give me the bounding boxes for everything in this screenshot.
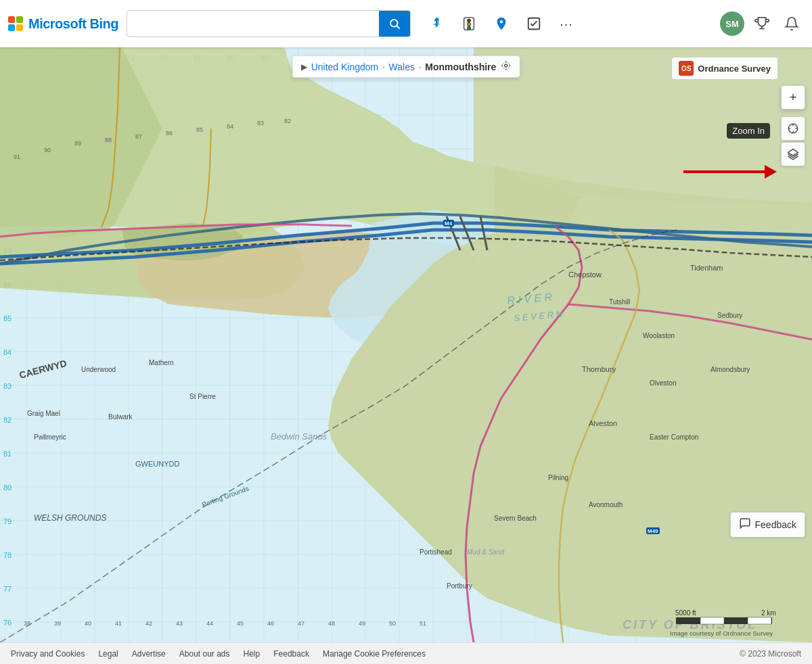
- svg-text:46: 46: [267, 620, 274, 627]
- os-logo-text: Ordnance Survey: [698, 64, 771, 74]
- header-nav: ···: [422, 9, 581, 39]
- feedback-icon: [739, 517, 751, 532]
- svg-text:84: 84: [3, 348, 12, 356]
- svg-text:91: 91: [14, 153, 20, 160]
- svg-text:82: 82: [284, 118, 291, 124]
- svg-text:90: 90: [44, 147, 51, 153]
- footer-legal-link[interactable]: Legal: [98, 649, 118, 659]
- footer-help-link[interactable]: Help: [244, 649, 261, 659]
- svg-text:44: 44: [206, 620, 213, 627]
- svg-text:80: 80: [3, 483, 12, 492]
- svg-text:83: 83: [3, 382, 12, 390]
- svg-text:Chepstow: Chepstow: [568, 270, 602, 279]
- trophy-icon: [754, 16, 769, 31]
- logo-text: Microsoft Bing: [28, 16, 118, 32]
- map-controls: + Zoom In: [781, 85, 805, 166]
- svg-text:83: 83: [257, 120, 264, 126]
- user-avatar[interactable]: SM: [720, 11, 744, 36]
- svg-text:M4: M4: [445, 220, 453, 227]
- svg-text:88: 88: [105, 137, 112, 143]
- search-button[interactable]: [379, 11, 410, 37]
- svg-text:Underwood: Underwood: [81, 366, 116, 373]
- svg-text:78: 78: [3, 551, 12, 559]
- layers-button[interactable]: [781, 142, 805, 166]
- svg-text:87: 87: [135, 133, 142, 140]
- svg-text:79: 79: [3, 517, 12, 525]
- svg-text:2 km: 2 km: [761, 609, 776, 617]
- svg-text:51: 51: [420, 620, 426, 627]
- breadcrumb-expand-icon[interactable]: ▶: [301, 62, 307, 72]
- nav-checklist-button[interactable]: [519, 9, 549, 39]
- breadcrumb-bar: ▶ United Kingdom · Wales · Monmouthshire: [292, 55, 520, 78]
- svg-text:Tutshill: Tutshill: [609, 298, 630, 306]
- directions-icon: [429, 16, 444, 31]
- checklist-icon: [526, 16, 541, 31]
- zoom-in-button[interactable]: +: [781, 85, 805, 110]
- header-right: SM: [720, 11, 804, 36]
- svg-text:Severn Beach: Severn Beach: [494, 515, 537, 522]
- breadcrumb-uk[interactable]: United Kingdom: [311, 62, 379, 72]
- footer: Privacy and Cookies Legal Advertise Abou…: [0, 642, 812, 664]
- footer-copyright: © 2023 Microsoft: [740, 649, 801, 659]
- logo-area: Microsoft Bing: [8, 16, 118, 32]
- traffic-icon: [461, 16, 476, 31]
- svg-text:38: 38: [24, 620, 30, 627]
- svg-text:Tidenham: Tidenham: [690, 264, 723, 272]
- svg-rect-144: [677, 617, 700, 624]
- svg-text:85: 85: [196, 126, 203, 133]
- svg-text:Mud & Sand: Mud & Sand: [467, 548, 504, 556]
- svg-text:39: 39: [54, 620, 61, 627]
- notifications-button[interactable]: [780, 11, 804, 36]
- svg-point-0: [390, 20, 398, 27]
- footer-feedback-link[interactable]: Feedback: [273, 649, 309, 659]
- nav-more-button[interactable]: ···: [551, 9, 581, 39]
- map-svg: 767778 798081 828384 8586 767778 798081 …: [0, 47, 812, 642]
- svg-text:Mathern: Mathern: [149, 359, 174, 366]
- svg-text:49: 49: [359, 620, 365, 627]
- os-logo-icon: OS: [679, 61, 694, 76]
- svg-text:Pwllmeyric: Pwllmeyric: [34, 433, 66, 441]
- rewards-button[interactable]: [750, 11, 774, 36]
- ms-logo-icon: [8, 16, 23, 31]
- bell-icon: [784, 16, 799, 31]
- plus-icon: +: [790, 91, 797, 105]
- svg-text:76: 76: [3, 619, 12, 627]
- location-icon[interactable]: [500, 60, 511, 73]
- footer-about-ads-link[interactable]: About our ads: [179, 649, 230, 659]
- svg-text:41: 41: [115, 620, 122, 627]
- svg-text:Avonmouth: Avonmouth: [589, 501, 623, 508]
- svg-text:Pilning: Pilning: [548, 474, 568, 481]
- svg-point-5: [468, 19, 471, 22]
- svg-point-152: [502, 62, 510, 70]
- svg-text:82: 82: [3, 416, 12, 424]
- nav-traffic-button[interactable]: [454, 9, 484, 39]
- svg-point-6: [468, 23, 471, 26]
- map-container[interactable]: 767778 798081 828384 8586 767778 798081 …: [0, 47, 812, 642]
- breadcrumb-sep-1: ·: [382, 62, 384, 72]
- svg-text:86: 86: [166, 130, 173, 137]
- footer-advertise-link[interactable]: Advertise: [132, 649, 166, 659]
- svg-text:GWEUNYDD: GWEUNYDD: [135, 460, 179, 468]
- search-input[interactable]: [127, 18, 379, 30]
- footer-privacy-link[interactable]: Privacy and Cookies: [11, 649, 85, 659]
- svg-text:Image courtesy of Ordnance Sur: Image courtesy of Ordnance Survey: [670, 630, 773, 637]
- footer-cookie-prefs-link[interactable]: Manage Cookie Preferences: [323, 649, 426, 659]
- svg-point-151: [504, 64, 507, 67]
- feedback-label: Feedback: [755, 519, 796, 530]
- svg-text:St Pierre: St Pierre: [189, 393, 216, 400]
- search-bar: [127, 10, 411, 37]
- svg-text:40: 40: [85, 620, 91, 627]
- compass-button[interactable]: [781, 116, 805, 141]
- nav-pin-button[interactable]: [487, 9, 516, 39]
- search-icon: [388, 18, 401, 30]
- svg-rect-3: [435, 23, 438, 26]
- breadcrumb-wales[interactable]: Wales: [389, 62, 415, 72]
- svg-text:50: 50: [389, 620, 396, 627]
- feedback-button[interactable]: Feedback: [730, 512, 805, 538]
- nav-directions-button[interactable]: [422, 9, 451, 39]
- svg-text:WELSH GROUNDS: WELSH GROUNDS: [34, 513, 106, 523]
- svg-text:47: 47: [298, 620, 304, 627]
- compass-icon: [787, 122, 799, 135]
- svg-point-7: [468, 26, 471, 30]
- svg-text:Woolaston: Woolaston: [643, 332, 675, 339]
